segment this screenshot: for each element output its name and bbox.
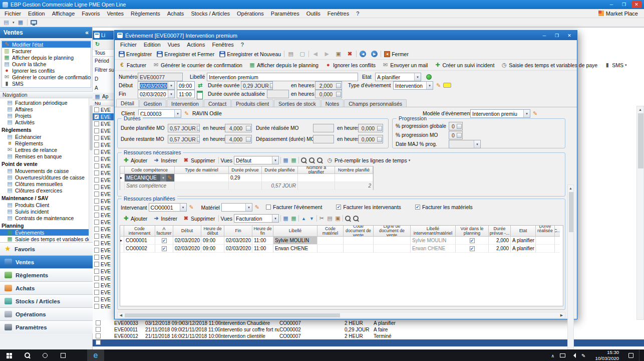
list-vertical-scrollbar[interactable] bbox=[636, 106, 644, 320]
etat-select[interactable]: A planifier bbox=[375, 73, 421, 81]
calculator-icon[interactable] bbox=[457, 133, 462, 138]
calculator-icon[interactable] bbox=[246, 126, 251, 131]
calculator-icon[interactable] bbox=[336, 83, 341, 88]
action-toolbar-button[interactable]: Générer le courrier de confirmation bbox=[151, 61, 246, 69]
copy-icon[interactable] bbox=[327, 215, 333, 222]
open-list-icon[interactable] bbox=[18, 19, 24, 26]
calculator-icon[interactable] bbox=[377, 126, 382, 131]
chevron-down-icon[interactable] bbox=[180, 204, 186, 211]
row-checkbox[interactable] bbox=[94, 156, 99, 161]
back-button[interactable] bbox=[310, 50, 320, 58]
menu-item[interactable]: Affichage bbox=[49, 11, 79, 17]
checkbox[interactable] bbox=[415, 205, 420, 210]
intervenant-select[interactable]: CO00001 bbox=[149, 203, 187, 212]
task-item[interactable]: Afficher depuis le planning bbox=[2, 54, 91, 61]
fin-date-field[interactable]: 02/03/2020 bbox=[138, 90, 175, 98]
row-checkbox[interactable] bbox=[94, 213, 99, 218]
print-preview-button[interactable] bbox=[297, 50, 307, 58]
row-checkbox[interactable] bbox=[94, 185, 99, 190]
zoom-out-icon[interactable] bbox=[316, 157, 323, 163]
event-list-row[interactable]: EVE bbox=[93, 219, 114, 226]
duree-actualisee-heures-field[interactable]: 0,000 bbox=[315, 90, 342, 98]
calculator-icon[interactable] bbox=[336, 92, 341, 97]
event-list-row[interactable]: EVE bbox=[93, 254, 114, 261]
checkbox[interactable] bbox=[336, 205, 341, 210]
nav-entry[interactable]: Produits Client bbox=[0, 202, 89, 208]
module-button[interactable]: Règlements bbox=[0, 268, 93, 281]
volume-icon[interactable] bbox=[571, 353, 576, 358]
search-icon[interactable] bbox=[345, 215, 351, 222]
facturation-checkbox[interactable]: Facturer les intervenants bbox=[336, 204, 401, 210]
tab[interactable]: Champs personnalisés bbox=[344, 99, 407, 107]
event-list-row[interactable]: EVE bbox=[93, 176, 114, 184]
row-checkbox[interactable] bbox=[94, 234, 99, 239]
module-button[interactable]: Favoris bbox=[0, 242, 93, 255]
row-checkbox[interactable] bbox=[94, 128, 99, 133]
scroll-right-arrow[interactable] bbox=[558, 312, 565, 318]
show-desktop-button[interactable] bbox=[639, 349, 641, 361]
nav-entry[interactable]: Échéancier bbox=[0, 133, 89, 140]
taskbar-clock[interactable]: 15:30 10/03/2020 bbox=[595, 349, 619, 361]
nav-entry[interactable]: Affaires bbox=[0, 106, 89, 112]
nav-entry[interactable]: Activités bbox=[0, 119, 89, 125]
row-checkbox[interactable] bbox=[94, 170, 99, 175]
task-item[interactable]: SMS bbox=[2, 80, 91, 87]
debut-time-field[interactable]: 09:00 bbox=[177, 81, 195, 90]
duree-planifiee-field[interactable]: 0,57 JOUR bbox=[168, 124, 200, 132]
action-toolbar-button[interactable]: Ignorer les conflits bbox=[323, 61, 379, 69]
tab[interactable]: Intervention bbox=[167, 99, 203, 107]
a-facturer-checkbox[interactable] bbox=[162, 238, 167, 243]
task-item[interactable]: Ouvrir la tâche bbox=[2, 61, 91, 67]
action-toolbar-button[interactable]: SMS ▾ bbox=[602, 61, 628, 69]
move-down-icon[interactable] bbox=[308, 215, 315, 222]
menu-item[interactable]: Opérations bbox=[233, 11, 267, 17]
menu-item[interactable]: Edition bbox=[25, 11, 49, 17]
sans-competence-row[interactable]: Sans compétence 0,57 JOUR 2 bbox=[120, 182, 373, 190]
paste-button[interactable] bbox=[333, 50, 344, 58]
edit-icon[interactable] bbox=[166, 174, 173, 181]
calculator-icon[interactable] bbox=[270, 83, 273, 88]
export-grid-icon[interactable] bbox=[290, 157, 297, 163]
fin-time-field[interactable]: 11:00 bbox=[177, 90, 195, 98]
voir-planning-checkbox[interactable] bbox=[470, 246, 475, 251]
vues-select[interactable]: Facturation bbox=[234, 214, 279, 223]
menu-item[interactable]: Outils bbox=[303, 11, 324, 17]
app-close-button[interactable] bbox=[631, 1, 641, 8]
dialog-close-button[interactable] bbox=[564, 32, 574, 39]
event-list-row[interactable]: EVE bbox=[93, 275, 114, 282]
supprimer-button[interactable]: Supprimer bbox=[181, 156, 217, 164]
row-checkbox[interactable] bbox=[94, 192, 99, 197]
row-checkbox[interactable] bbox=[94, 227, 99, 232]
save-button[interactable]: Enregistrer bbox=[117, 50, 154, 58]
event-row[interactable]: EVE00011 21/11/2018 09:00 21/11/2018 11:… bbox=[93, 326, 644, 333]
nav-entry[interactable]: Suivis incident bbox=[0, 208, 89, 215]
event-list-row[interactable]: EVE bbox=[93, 247, 114, 254]
chevron-down-icon[interactable] bbox=[174, 110, 181, 117]
nav-entry[interactable]: Saisie des temps et variables de paye bbox=[0, 236, 89, 242]
a-facturer-checkbox[interactable] bbox=[162, 246, 167, 251]
chevron-down-icon[interactable] bbox=[474, 140, 480, 148]
row-checkbox[interactable] bbox=[96, 340, 101, 345]
chevron-down-icon[interactable] bbox=[160, 174, 166, 182]
code-competence-cell[interactable]: MECANIQUE bbox=[125, 174, 175, 182]
dialog-menu-item[interactable]: Vues bbox=[164, 42, 184, 48]
ajouter-button[interactable]: Ajouter bbox=[121, 214, 149, 223]
chevron-down-icon[interactable]: ▾ bbox=[13, 21, 15, 25]
row-checkbox[interactable] bbox=[94, 297, 99, 302]
start-button[interactable] bbox=[0, 349, 18, 361]
row-checkbox[interactable] bbox=[94, 149, 99, 154]
event-list-row[interactable]: EVE bbox=[93, 282, 114, 289]
nav-entry[interactable]: Ouvertures/clôtures de caisse bbox=[0, 174, 89, 180]
materiel-select[interactable] bbox=[221, 203, 252, 212]
scrollbar-thumb[interactable] bbox=[569, 192, 573, 232]
depassement-field[interactable] bbox=[313, 135, 334, 143]
event-list-row[interactable]: EVE bbox=[93, 268, 114, 275]
menu-item[interactable]: Stocks / Articles bbox=[187, 11, 233, 17]
task-view-button[interactable] bbox=[54, 349, 72, 361]
calendar-icon[interactable] bbox=[197, 91, 203, 99]
row-checkbox[interactable] bbox=[94, 220, 99, 225]
save-new-button[interactable]: Enregistrer et Nouveau bbox=[217, 50, 283, 58]
nav-entry[interactable]: Projets bbox=[0, 112, 89, 119]
event-list-row[interactable]: EVE bbox=[93, 205, 114, 212]
row-checkbox[interactable] bbox=[94, 290, 99, 295]
